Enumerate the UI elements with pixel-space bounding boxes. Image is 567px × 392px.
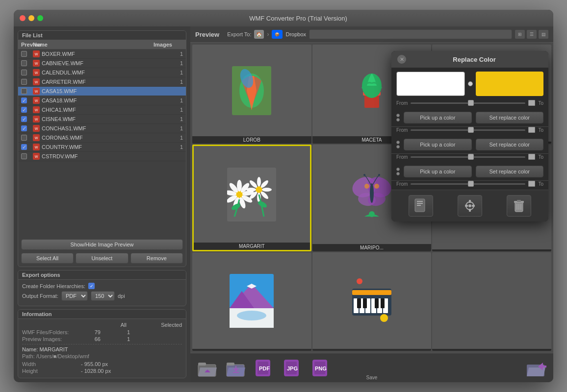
svg-point-70 bbox=[357, 278, 362, 284]
info-selected-header: Selected bbox=[153, 322, 182, 328]
table-row[interactable]: W CABNIEVE.WMF 1 bbox=[18, 59, 186, 68]
row-checkbox[interactable] bbox=[21, 135, 27, 141]
export-png-button[interactable]: PNG bbox=[309, 357, 334, 379]
table-row[interactable]: ✓ W CONCHAS1.WMF 1 bbox=[18, 124, 186, 133]
rc-slider-thumb-1[interactable] bbox=[468, 100, 474, 106]
list-item[interactable]: LOROB bbox=[192, 45, 311, 144]
row-checkbox[interactable]: ✓ bbox=[21, 144, 27, 150]
rc-new-button[interactable] bbox=[409, 195, 433, 217]
info-header-row: All Selected bbox=[22, 322, 182, 328]
rc-slider-thumb-2[interactable] bbox=[468, 127, 474, 133]
rc-from-to-row-1: From To bbox=[391, 100, 548, 109]
rc-from-color-1[interactable] bbox=[396, 72, 465, 96]
file-name: BOXER.WMF bbox=[42, 51, 75, 57]
preview-image-keyboard bbox=[312, 252, 432, 349]
file-name-cell: W CISNE4.WMF bbox=[33, 116, 158, 122]
select-all-button[interactable]: Select All bbox=[21, 253, 74, 264]
information-label: Information bbox=[18, 310, 186, 319]
home-icon[interactable]: 🏠 bbox=[254, 30, 264, 39]
row-checkbox[interactable] bbox=[21, 88, 27, 94]
table-row[interactable]: W CORONA5.WMF 1 bbox=[18, 133, 186, 143]
dpi-select[interactable]: 150 72 300 bbox=[91, 291, 115, 301]
close-button[interactable] bbox=[20, 15, 26, 21]
rc-set-replace-button-1[interactable]: Set replace color bbox=[476, 112, 544, 123]
list-item[interactable] bbox=[432, 252, 551, 351]
rc-pick-color-button-3[interactable]: Pick up a color bbox=[404, 166, 472, 177]
row-checkbox[interactable] bbox=[21, 153, 27, 159]
create-folder-checkbox[interactable]: ✓ bbox=[88, 283, 95, 289]
list-item[interactable] bbox=[312, 252, 432, 351]
table-row[interactable]: W CSTRDV.WMF bbox=[18, 152, 186, 161]
table-row[interactable]: W CALENDUL.WMF 1 bbox=[18, 68, 186, 77]
export-jpg-button[interactable]: JPG bbox=[281, 357, 305, 379]
rc-delete-button[interactable] bbox=[507, 195, 531, 217]
file-name-cell: W CORONA5.WMF bbox=[33, 134, 158, 141]
rc-to-swatch-2[interactable] bbox=[528, 127, 535, 133]
rc-slider-thumb-4[interactable] bbox=[468, 181, 474, 187]
export-options-label: Export options bbox=[18, 270, 186, 280]
rc-close-button[interactable]: ✕ bbox=[397, 55, 406, 64]
row-checkbox[interactable]: ✓ bbox=[21, 125, 27, 131]
bottom-toolbar: PDF JPG bbox=[190, 353, 553, 382]
rc-set-replace-button-3[interactable]: Set replace color bbox=[476, 166, 544, 177]
row-checkbox[interactable]: ✓ bbox=[21, 107, 27, 113]
rc-settings-button[interactable] bbox=[458, 195, 482, 217]
format-select[interactable]: PDF JPG PNG bbox=[61, 291, 88, 301]
table-row[interactable]: ✓ W COUNTRY.WMF 1 bbox=[18, 143, 186, 152]
rc-slider-track-1[interactable] bbox=[411, 102, 525, 104]
file-list-body[interactable]: W BOXER.WMF 1 W CABNIEVE.WMF 1 bbox=[18, 49, 186, 236]
row-checkbox[interactable] bbox=[21, 70, 27, 75]
table-row[interactable]: ✓ W CHICA1.WMF 1 bbox=[18, 105, 186, 115]
rc-pick-color-button-1[interactable]: Pick up a color bbox=[404, 112, 472, 123]
path-value: /Users/■/Desktop/wmf bbox=[36, 353, 89, 359]
rc-from-to-row-4a: From To bbox=[391, 181, 548, 190]
rc-to-color-1[interactable] bbox=[476, 72, 543, 96]
table-row[interactable]: W CASA15.WMF bbox=[18, 87, 186, 96]
open-folder-button[interactable] bbox=[195, 357, 220, 379]
file-icon: W bbox=[33, 125, 40, 132]
export-arrow-button[interactable] bbox=[524, 357, 548, 379]
table-row[interactable]: ✓ W CASA18.WMF 1 bbox=[18, 96, 186, 105]
unselect-button[interactable]: Unselect bbox=[76, 253, 128, 264]
left-panel: File List Preview Name Images W BOXER.WM… bbox=[14, 26, 190, 382]
rc-to-swatch-4[interactable] bbox=[528, 181, 535, 187]
rc-pick-color-button-2[interactable]: Pick up a color bbox=[404, 139, 472, 150]
row-checkbox[interactable]: ✓ bbox=[21, 116, 27, 122]
detail-view-button[interactable]: ▤ bbox=[539, 30, 548, 39]
rc-slider-track-4[interactable] bbox=[411, 183, 525, 185]
minimize-button[interactable] bbox=[28, 15, 34, 21]
table-row[interactable]: W CARRETER.WMF 1 bbox=[18, 77, 186, 87]
row-checkbox[interactable]: ✓ bbox=[21, 98, 27, 103]
list-view-button[interactable]: ☰ bbox=[527, 30, 537, 39]
table-row[interactable]: ✓ W CISNE4.WMF 1 bbox=[18, 115, 186, 124]
file-count: 1 bbox=[158, 125, 183, 131]
rc-slider-thumb-3[interactable] bbox=[468, 154, 474, 160]
rc-to-swatch-1[interactable] bbox=[528, 100, 535, 106]
file-list-section: File List Preview Name Images W BOXER.WM… bbox=[18, 30, 186, 267]
list-item[interactable] bbox=[192, 252, 311, 351]
width-row: Width - 955.00 px bbox=[22, 361, 182, 367]
remove-button[interactable]: Remove bbox=[130, 253, 183, 264]
rc-slider-track-2[interactable] bbox=[411, 129, 525, 131]
grid-view-button[interactable]: ⊞ bbox=[515, 30, 525, 39]
preview-label bbox=[432, 349, 551, 351]
rc-slider-dot-1[interactable] bbox=[468, 81, 473, 86]
show-hide-preview-button[interactable]: Show/Hide Image Preview bbox=[21, 239, 183, 250]
row-checkbox[interactable] bbox=[21, 79, 27, 85]
save-folder-button[interactable] bbox=[224, 357, 248, 379]
list-item[interactable]: MARGARIT bbox=[192, 145, 311, 251]
rc-action-row-2: Pick up a color Set replace color bbox=[391, 136, 548, 153]
rc-set-replace-button-2[interactable]: Set replace color bbox=[476, 139, 544, 150]
maximize-button[interactable] bbox=[37, 15, 43, 21]
export-pdf-button[interactable]: PDF bbox=[252, 357, 277, 379]
rc-slider-track-3[interactable] bbox=[411, 156, 525, 158]
row-checkbox[interactable] bbox=[21, 51, 27, 57]
path-field[interactable] bbox=[309, 29, 512, 39]
window-title: WMF Converter Pro (Trial Version) bbox=[49, 15, 547, 22]
svg-point-34 bbox=[246, 188, 256, 192]
height-row: Height - 1028.00 px bbox=[22, 368, 182, 374]
row-checkbox[interactable] bbox=[21, 60, 27, 66]
preview-label bbox=[312, 349, 432, 351]
table-row[interactable]: W BOXER.WMF 1 bbox=[18, 49, 186, 59]
rc-to-swatch-3[interactable] bbox=[528, 154, 535, 160]
